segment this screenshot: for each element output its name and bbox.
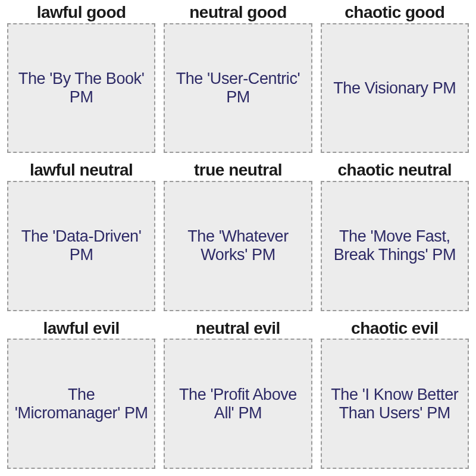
cell-neutral-evil: neutral evil The 'Profit Above All' PM xyxy=(164,320,312,469)
cell-chaotic-evil: chaotic evil The 'I Know Better Than Use… xyxy=(321,320,469,469)
alignment-label: chaotic evil xyxy=(321,320,469,339)
cell-true-neutral: true neutral The 'Whatever Works' PM xyxy=(164,161,312,311)
cell-box: The 'Profit Above All' PM xyxy=(164,339,312,469)
alignment-label: lawful neutral xyxy=(7,161,155,181)
cell-box: The 'Whatever Works' PM xyxy=(164,181,312,311)
alignment-label: chaotic neutral xyxy=(321,161,469,181)
cell-content: The 'Data-Driven' PM xyxy=(13,227,149,264)
cell-lawful-good: lawful good The 'By The Book' PM xyxy=(7,4,155,153)
cell-chaotic-good: chaotic good The Visionary PM xyxy=(321,4,469,153)
alignment-label: true neutral xyxy=(164,161,312,181)
alignment-label: neutral evil xyxy=(164,320,312,339)
cell-box: The 'Micromanager' PM xyxy=(7,339,155,469)
cell-box: The 'Move Fast, Break Things' PM xyxy=(321,181,469,311)
cell-neutral-good: neutral good The 'User-Centric' PM xyxy=(164,4,312,153)
cell-content: The 'By The Book' PM xyxy=(13,70,149,107)
cell-content: The 'Profit Above All' PM xyxy=(170,386,306,422)
cell-content: The 'Move Fast, Break Things' PM xyxy=(327,227,463,264)
cell-content: The Visionary PM xyxy=(333,79,456,98)
cell-box: The 'User-Centric' PM xyxy=(164,23,312,154)
alignment-chart-grid: lawful good The 'By The Book' PM neutral… xyxy=(0,0,476,476)
cell-chaotic-neutral: chaotic neutral The 'Move Fast, Break Th… xyxy=(321,161,469,311)
alignment-label: lawful good xyxy=(7,4,155,23)
cell-box: The 'By The Book' PM xyxy=(7,23,155,154)
alignment-label: chaotic good xyxy=(321,4,469,23)
cell-lawful-neutral: lawful neutral The 'Data-Driven' PM xyxy=(7,161,155,311)
cell-box: The Visionary PM xyxy=(321,23,469,154)
cell-lawful-evil: lawful evil The 'Micromanager' PM xyxy=(7,320,155,469)
cell-content: The 'User-Centric' PM xyxy=(170,70,306,107)
cell-box: The 'I Know Better Than Users' PM xyxy=(321,339,469,469)
alignment-label: neutral good xyxy=(164,4,312,23)
cell-content: The 'Whatever Works' PM xyxy=(170,227,306,264)
cell-content: The 'Micromanager' PM xyxy=(13,386,149,422)
alignment-label: lawful evil xyxy=(7,320,155,339)
cell-box: The 'Data-Driven' PM xyxy=(7,181,155,311)
cell-content: The 'I Know Better Than Users' PM xyxy=(327,386,463,422)
